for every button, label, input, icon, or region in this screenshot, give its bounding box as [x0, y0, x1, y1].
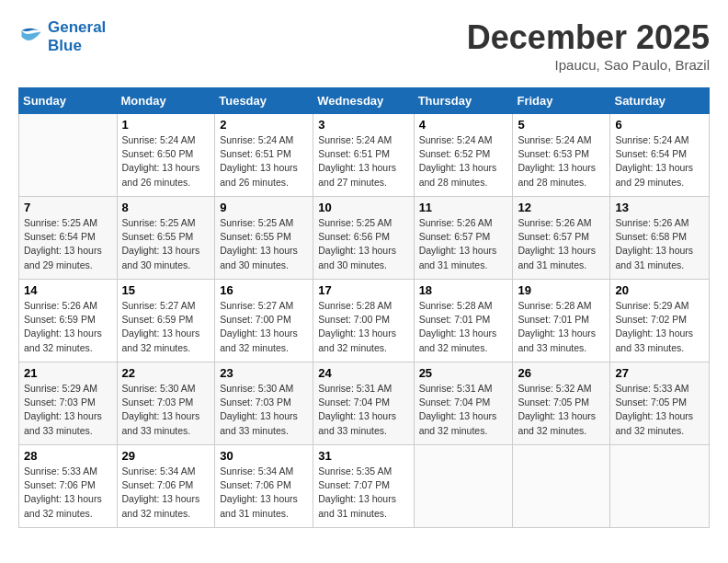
calendar-cell: 2Sunrise: 5:24 AMSunset: 6:51 PMDaylight…	[215, 114, 313, 197]
calendar-cell: 19Sunrise: 5:28 AMSunset: 7:01 PMDayligh…	[513, 280, 610, 362]
day-number: 6	[615, 118, 704, 132]
day-number: 26	[518, 366, 605, 380]
day-number: 7	[24, 201, 112, 214]
location: Ipaucu, Sao Paulo, Brazil	[467, 57, 710, 73]
day-detail: Sunrise: 5:27 AMSunset: 7:00 PMDaylight:…	[220, 299, 308, 355]
week-row-3: 14Sunrise: 5:26 AMSunset: 6:59 PMDayligh…	[19, 280, 710, 362]
calendar-cell: 28Sunrise: 5:33 AMSunset: 7:06 PMDayligh…	[19, 445, 118, 528]
calendar-cell	[513, 445, 610, 528]
week-row-1: 1Sunrise: 5:24 AMSunset: 6:50 PMDaylight…	[19, 114, 710, 197]
day-detail: Sunrise: 5:32 AMSunset: 7:05 PMDaylight:…	[518, 382, 605, 438]
logo-text: General Blue	[48, 18, 106, 55]
day-number: 17	[318, 283, 408, 297]
calendar-cell: 3Sunrise: 5:24 AMSunset: 6:51 PMDaylight…	[313, 114, 414, 197]
logo-icon	[18, 24, 44, 50]
day-detail: Sunrise: 5:25 AMSunset: 6:54 PMDaylight:…	[24, 216, 112, 272]
day-detail: Sunrise: 5:26 AMSunset: 6:57 PMDaylight:…	[419, 216, 508, 272]
day-detail: Sunrise: 5:24 AMSunset: 6:52 PMDaylight:…	[419, 133, 508, 190]
day-number: 30	[220, 449, 308, 463]
day-detail: Sunrise: 5:28 AMSunset: 7:01 PMDaylight:…	[419, 299, 508, 355]
day-number: 18	[419, 283, 508, 297]
day-number: 10	[318, 201, 408, 214]
day-detail: Sunrise: 5:26 AMSunset: 6:58 PMDaylight:…	[615, 216, 704, 272]
calendar-cell: 23Sunrise: 5:30 AMSunset: 7:03 PMDayligh…	[215, 362, 313, 445]
day-detail: Sunrise: 5:26 AMSunset: 6:57 PMDaylight:…	[518, 216, 605, 272]
calendar-cell: 17Sunrise: 5:28 AMSunset: 7:00 PMDayligh…	[313, 280, 414, 362]
weekday-header-thursday: Thursday	[414, 88, 513, 114]
day-number: 28	[24, 449, 112, 463]
calendar-cell: 18Sunrise: 5:28 AMSunset: 7:01 PMDayligh…	[414, 280, 513, 362]
day-detail: Sunrise: 5:35 AMSunset: 7:07 PMDaylight:…	[318, 465, 408, 521]
day-number: 31	[318, 449, 408, 463]
day-detail: Sunrise: 5:25 AMSunset: 6:55 PMDaylight:…	[122, 216, 210, 272]
day-detail: Sunrise: 5:25 AMSunset: 6:55 PMDaylight:…	[220, 216, 308, 272]
calendar-cell: 1Sunrise: 5:24 AMSunset: 6:50 PMDaylight…	[117, 114, 215, 197]
day-detail: Sunrise: 5:24 AMSunset: 6:54 PMDaylight:…	[615, 133, 704, 190]
day-number: 22	[122, 366, 210, 380]
day-number: 23	[220, 366, 308, 380]
day-detail: Sunrise: 5:24 AMSunset: 6:51 PMDaylight:…	[220, 133, 308, 190]
calendar-cell: 7Sunrise: 5:25 AMSunset: 6:54 PMDaylight…	[19, 197, 118, 280]
day-number: 15	[122, 283, 210, 297]
weekday-header-sunday: Sunday	[19, 88, 118, 114]
calendar-cell: 15Sunrise: 5:27 AMSunset: 6:59 PMDayligh…	[117, 280, 215, 362]
day-detail: Sunrise: 5:24 AMSunset: 6:53 PMDaylight:…	[518, 133, 605, 190]
week-row-2: 7Sunrise: 5:25 AMSunset: 6:54 PMDaylight…	[19, 197, 710, 280]
calendar-table: SundayMondayTuesdayWednesdayThursdayFrid…	[18, 87, 710, 528]
day-detail: Sunrise: 5:28 AMSunset: 7:01 PMDaylight:…	[518, 299, 605, 355]
day-detail: Sunrise: 5:25 AMSunset: 6:56 PMDaylight:…	[318, 216, 408, 272]
day-number: 13	[615, 201, 704, 214]
calendar-cell: 6Sunrise: 5:24 AMSunset: 6:54 PMDaylight…	[610, 114, 710, 197]
weekday-header-friday: Friday	[513, 88, 610, 114]
day-number: 12	[518, 201, 605, 214]
calendar-cell	[19, 114, 118, 197]
page-header: General Blue December 2025 Ipaucu, Sao P…	[18, 18, 710, 73]
day-number: 29	[122, 449, 210, 463]
day-number: 1	[122, 118, 210, 132]
day-detail: Sunrise: 5:29 AMSunset: 7:03 PMDaylight:…	[24, 382, 112, 438]
day-number: 4	[419, 118, 508, 132]
day-detail: Sunrise: 5:24 AMSunset: 6:50 PMDaylight:…	[122, 133, 210, 190]
calendar-cell: 27Sunrise: 5:33 AMSunset: 7:05 PMDayligh…	[610, 362, 710, 445]
calendar-cell: 29Sunrise: 5:34 AMSunset: 7:06 PMDayligh…	[117, 445, 215, 528]
day-number: 21	[24, 366, 112, 380]
day-number: 25	[419, 366, 508, 380]
day-number: 8	[122, 201, 210, 214]
calendar-cell: 13Sunrise: 5:26 AMSunset: 6:58 PMDayligh…	[610, 197, 710, 280]
day-number: 14	[24, 283, 112, 297]
calendar-cell: 30Sunrise: 5:34 AMSunset: 7:06 PMDayligh…	[215, 445, 313, 528]
day-number: 9	[220, 201, 308, 214]
calendar-cell	[610, 445, 710, 528]
calendar-cell: 10Sunrise: 5:25 AMSunset: 6:56 PMDayligh…	[313, 197, 414, 280]
day-detail: Sunrise: 5:30 AMSunset: 7:03 PMDaylight:…	[220, 382, 308, 438]
calendar-cell: 9Sunrise: 5:25 AMSunset: 6:55 PMDaylight…	[215, 197, 313, 280]
day-number: 24	[318, 366, 408, 380]
day-detail: Sunrise: 5:26 AMSunset: 6:59 PMDaylight:…	[24, 299, 112, 355]
weekday-header-monday: Monday	[117, 88, 215, 114]
day-detail: Sunrise: 5:29 AMSunset: 7:02 PMDaylight:…	[615, 299, 704, 355]
calendar-cell: 26Sunrise: 5:32 AMSunset: 7:05 PMDayligh…	[513, 362, 610, 445]
weekday-header-tuesday: Tuesday	[215, 88, 313, 114]
day-number: 3	[318, 118, 408, 132]
day-detail: Sunrise: 5:34 AMSunset: 7:06 PMDaylight:…	[220, 465, 308, 521]
title-block: December 2025 Ipaucu, Sao Paulo, Brazil	[467, 18, 710, 73]
calendar-cell: 4Sunrise: 5:24 AMSunset: 6:52 PMDaylight…	[414, 114, 513, 197]
week-row-5: 28Sunrise: 5:33 AMSunset: 7:06 PMDayligh…	[19, 445, 710, 528]
month-title: December 2025	[467, 18, 710, 57]
calendar-cell: 16Sunrise: 5:27 AMSunset: 7:00 PMDayligh…	[215, 280, 313, 362]
day-detail: Sunrise: 5:33 AMSunset: 7:05 PMDaylight:…	[615, 382, 704, 438]
calendar-cell: 20Sunrise: 5:29 AMSunset: 7:02 PMDayligh…	[610, 280, 710, 362]
day-detail: Sunrise: 5:28 AMSunset: 7:00 PMDaylight:…	[318, 299, 408, 355]
calendar-cell	[414, 445, 513, 528]
day-number: 20	[615, 283, 704, 297]
day-number: 2	[220, 118, 308, 132]
calendar-cell: 24Sunrise: 5:31 AMSunset: 7:04 PMDayligh…	[313, 362, 414, 445]
calendar-cell: 8Sunrise: 5:25 AMSunset: 6:55 PMDaylight…	[117, 197, 215, 280]
day-detail: Sunrise: 5:34 AMSunset: 7:06 PMDaylight:…	[122, 465, 210, 521]
calendar-cell: 25Sunrise: 5:31 AMSunset: 7:04 PMDayligh…	[414, 362, 513, 445]
logo: General Blue	[18, 18, 106, 55]
weekday-header-wednesday: Wednesday	[313, 88, 414, 114]
day-detail: Sunrise: 5:33 AMSunset: 7:06 PMDaylight:…	[24, 465, 112, 521]
calendar-cell: 5Sunrise: 5:24 AMSunset: 6:53 PMDaylight…	[513, 114, 610, 197]
day-number: 11	[419, 201, 508, 214]
